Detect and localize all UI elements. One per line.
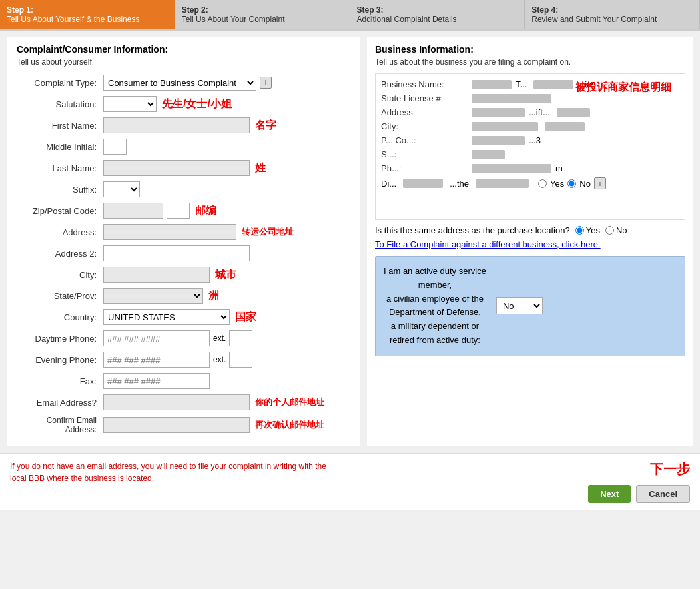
address-row: Address: 转运公司地址 — [17, 224, 350, 240]
step-3[interactable]: Step 3: Additional Complaint Details — [350, 0, 525, 29]
middle-initial-input[interactable] — [103, 139, 127, 155]
salutation-select[interactable]: Mr. Mrs. Ms. — [103, 96, 157, 112]
dispute-yes-label: Yes — [550, 179, 564, 189]
city-input[interactable] — [103, 267, 210, 283]
daytime-phone-input[interactable] — [103, 330, 210, 346]
warning-text: If you do not have an email address, you… — [10, 460, 343, 484]
right-actions: 下一步 Next Cancel — [588, 460, 690, 503]
address-label: Address: — [17, 227, 103, 237]
dispute-no-label: No — [579, 179, 591, 189]
state-lic-label: State License #: — [381, 93, 468, 103]
zip-row: Zip/Postal Code: 邮编 — [17, 203, 350, 219]
middle-initial-row: Middle Initial: — [17, 139, 350, 155]
zip-input[interactable] — [103, 203, 163, 219]
biz-city-label: City: — [381, 121, 468, 131]
address2-label: Address 2: — [17, 249, 103, 259]
email-row: Email Address? 你的个人邮件地址 — [17, 394, 350, 410]
country-select[interactable]: UNITED STATES — [103, 309, 230, 325]
main-content: Complaint/Consumer Information: Tell us … — [0, 31, 700, 453]
state-select[interactable]: Alabama Alaska California — [103, 288, 203, 304]
state-cn: 洲 — [208, 289, 219, 303]
salutation-cn: 先生/女士/小姐 — [162, 97, 232, 111]
last-name-input[interactable] — [103, 160, 250, 176]
dispute-info-icon[interactable]: i — [594, 177, 606, 189]
salutation-row: Salutation: Mr. Mrs. Ms. 先生/女士/小姐 — [17, 96, 350, 112]
step-1[interactable]: Step 1: Tell Us About Yourself & the Bus… — [0, 0, 175, 29]
step-2[interactable]: Step 2: Tell Us About Your Complaint — [175, 0, 350, 29]
biz-address-text: ...ift... — [529, 107, 550, 117]
next-button[interactable]: Next — [588, 485, 631, 503]
biz-state-label: S...: — [381, 149, 468, 159]
evening-ext-input[interactable] — [229, 352, 252, 368]
evening-phone-control: ext. — [103, 352, 252, 368]
last-name-cn: 姓 — [255, 161, 266, 175]
military-text: I am an active duty service member, a ci… — [384, 265, 486, 348]
biz-info-title: Business Information: — [375, 44, 685, 55]
biz-cn-overlay: 被投诉商家信息明细 — [575, 81, 671, 95]
evening-phone-label: Evening Phone: — [17, 355, 103, 365]
address-input[interactable] — [103, 224, 236, 240]
biz-postal-label: P... Co...: — [381, 135, 468, 145]
confirm-email-row: Confirm Email Address: 再次确认邮件地址 — [17, 416, 350, 434]
step-3-label: Additional Complaint Details — [357, 15, 518, 24]
biz-dispute-row: Di... ...the Yes No i — [381, 177, 679, 189]
biz-city-row: City: — [381, 121, 679, 131]
bottom-bar: If you do not have an email address, you… — [0, 453, 700, 510]
military-box: I am an active duty service member, a ci… — [375, 256, 685, 356]
address2-input[interactable] — [103, 245, 250, 261]
same-address-yes-radio[interactable] — [575, 226, 584, 235]
suffix-select[interactable]: Jr. Sr. II III — [103, 181, 140, 197]
military-select[interactable]: No Yes — [496, 297, 543, 314]
step-3-num: Step 3: — [357, 5, 518, 15]
confirm-email-input[interactable] — [103, 417, 250, 433]
same-address-yes-label[interactable]: Yes — [575, 225, 600, 235]
daytime-phone-control: ext. — [103, 330, 252, 346]
step-4[interactable]: Step 4: Review and Submit Your Complaint — [525, 0, 700, 29]
fax-input[interactable] — [103, 373, 210, 389]
dispute-yes-radio[interactable] — [538, 179, 547, 188]
first-name-input[interactable] — [103, 117, 250, 133]
biz-address-label: Address: — [381, 107, 468, 117]
biz-postal-blur — [472, 136, 525, 145]
biz-address-blur2 — [557, 108, 590, 117]
left-panel: Complaint/Consumer Information: Tell us … — [7, 37, 360, 446]
same-address-no-radio[interactable] — [605, 226, 614, 235]
last-name-row: Last Name: 姓 — [17, 160, 350, 176]
same-address-no-label[interactable]: No — [605, 225, 627, 235]
state-lic-blur — [472, 94, 551, 103]
first-name-row: First Name: 名字 — [17, 117, 350, 133]
email-input[interactable] — [103, 394, 250, 410]
middle-initial-label: Middle Initial: — [17, 142, 103, 152]
step-4-label: Review and Submit Your Complaint — [531, 15, 693, 24]
city-row: City: 城市 — [17, 267, 350, 283]
first-name-label: First Name: — [17, 121, 103, 131]
salutation-label: Salutation: — [17, 99, 103, 109]
step-1-num: Step 1: — [7, 5, 168, 15]
diff-biz-link[interactable]: To File a Complaint against a different … — [375, 239, 685, 249]
address-cn: 转运公司地址 — [242, 226, 294, 238]
fax-row: Fax: — [17, 373, 350, 389]
complaint-type-control: Consumer to Business Complaint i — [103, 75, 272, 91]
biz-phone-blur — [472, 164, 551, 173]
biz-state-row: S...: — [381, 149, 679, 159]
evening-phone-input[interactable] — [103, 352, 210, 368]
daytime-ext-label: ext. — [213, 334, 226, 343]
confirm-email-label: Confirm Email Address: — [17, 416, 103, 434]
biz-name-text: T... — [516, 79, 527, 89]
zip-ext-input[interactable] — [167, 203, 190, 219]
step-4-num: Step 4: — [531, 5, 693, 15]
email-label: Email Address? — [17, 398, 103, 408]
complaint-type-info-icon[interactable]: i — [260, 77, 272, 89]
biz-name-blur2 — [533, 80, 573, 89]
right-panel: Business Information: Tell us about the … — [367, 37, 693, 446]
cancel-button[interactable]: Cancel — [636, 485, 690, 503]
biz-info-area: 被投诉商家信息明细 Business Name: T... ...ies Sta… — [375, 73, 685, 220]
email-cn: 你的个人邮件地址 — [255, 396, 324, 408]
biz-dispute-blur — [403, 179, 443, 188]
complaint-type-select[interactable]: Consumer to Business Complaint — [103, 75, 256, 91]
confirm-email-cn: 再次确认邮件地址 — [255, 419, 324, 431]
daytime-ext-input[interactable] — [229, 330, 252, 346]
cn-next-label: 下一步 — [650, 460, 690, 478]
dispute-no-radio[interactable] — [567, 179, 576, 188]
last-name-label: Last Name: — [17, 163, 103, 173]
